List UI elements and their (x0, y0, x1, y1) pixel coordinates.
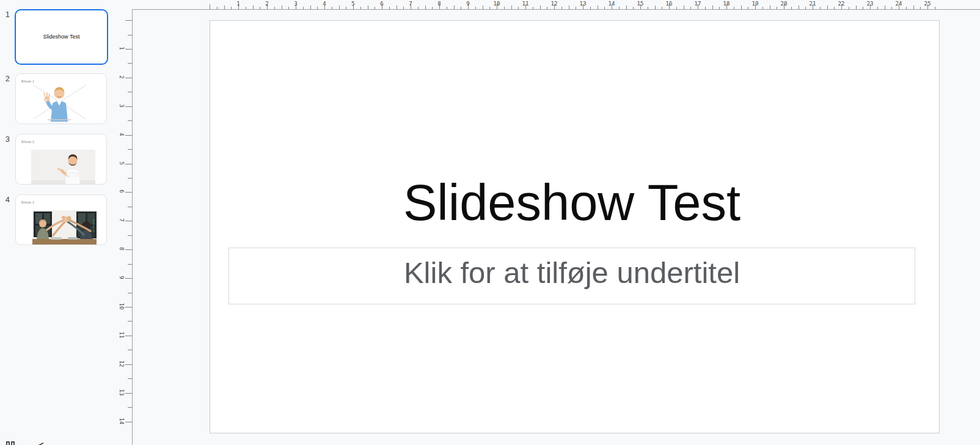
vertical-ruler: 1234567891011121314 (0, 9, 133, 445)
subtitle-placeholder-text: Klik for at tilføje undertitel (229, 255, 915, 290)
horizontal-ruler: 1234567891011121314151617181920212223242… (132, 0, 980, 10)
subtitle-placeholder-box[interactable]: Klik for at tilføje undertitel (229, 248, 915, 304)
slide-canvas[interactable]: Slideshow Test Klik for at tilføje under… (210, 20, 940, 433)
slide-title-text[interactable]: Slideshow Test (229, 174, 915, 232)
slides-editor-workspace: 1 Slideshow Test 2 Billede 1 (0, 0, 980, 445)
zoom-cursor-icon[interactable] (38, 441, 43, 445)
grid-view-icon[interactable] (6, 441, 15, 445)
